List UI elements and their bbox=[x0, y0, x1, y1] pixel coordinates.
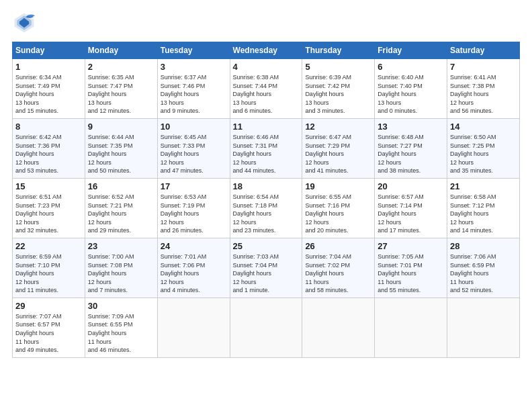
day-detail: Sunrise: 6:35 AMSunset: 7:47 PMDaylight … bbox=[88, 73, 154, 116]
day-detail: Sunrise: 6:39 AMSunset: 7:42 PMDaylight … bbox=[305, 73, 371, 116]
header bbox=[12, 11, 520, 35]
day-number: 10 bbox=[161, 122, 227, 132]
day-detail: Sunrise: 6:45 AMSunset: 7:33 PMDaylight … bbox=[161, 133, 227, 175]
day-number: 11 bbox=[233, 122, 300, 132]
col-header-thursday: Thursday bbox=[302, 42, 375, 59]
day-number: 5 bbox=[305, 62, 371, 72]
day-number: 25 bbox=[233, 241, 300, 251]
day-cell: 3Sunrise: 6:37 AMSunset: 7:46 PMDaylight… bbox=[157, 59, 230, 119]
day-cell bbox=[230, 298, 302, 357]
day-cell: 4Sunrise: 6:38 AMSunset: 7:44 PMDaylight… bbox=[230, 59, 302, 119]
day-detail: Sunrise: 6:38 AMSunset: 7:44 PMDaylight … bbox=[233, 73, 300, 116]
day-detail: Sunrise: 6:54 AMSunset: 7:18 PMDaylight … bbox=[233, 193, 300, 235]
day-detail: Sunrise: 6:42 AMSunset: 7:36 PMDaylight … bbox=[15, 133, 82, 175]
day-detail: Sunrise: 7:05 AMSunset: 7:01 PMDaylight … bbox=[378, 253, 444, 295]
day-cell: 20Sunrise: 6:57 AMSunset: 7:14 PMDayligh… bbox=[375, 178, 447, 238]
day-detail: Sunrise: 6:34 AMSunset: 7:49 PMDaylight … bbox=[15, 73, 82, 116]
day-detail: Sunrise: 6:58 AMSunset: 7:12 PMDaylight … bbox=[450, 193, 517, 235]
day-cell: 30Sunrise: 7:09 AMSunset: 6:55 PMDayligh… bbox=[85, 298, 157, 357]
day-number: 30 bbox=[88, 301, 154, 311]
calendar-table: SundayMondayTuesdayWednesdayThursdayFrid… bbox=[12, 42, 520, 358]
col-header-sunday: Sunday bbox=[13, 42, 85, 59]
week-row-4: 22Sunrise: 6:59 AMSunset: 7:10 PMDayligh… bbox=[13, 238, 520, 298]
day-detail: Sunrise: 7:06 AMSunset: 6:59 PMDaylight … bbox=[450, 253, 517, 295]
day-cell bbox=[157, 298, 230, 357]
day-number: 4 bbox=[233, 62, 300, 72]
day-number: 9 bbox=[88, 122, 154, 132]
day-cell: 27Sunrise: 7:05 AMSunset: 7:01 PMDayligh… bbox=[375, 238, 447, 298]
day-cell: 22Sunrise: 6:59 AMSunset: 7:10 PMDayligh… bbox=[13, 238, 85, 298]
day-number: 27 bbox=[378, 241, 444, 251]
day-cell: 25Sunrise: 7:03 AMSunset: 7:04 PMDayligh… bbox=[230, 238, 302, 298]
day-cell: 26Sunrise: 7:04 AMSunset: 7:02 PMDayligh… bbox=[302, 238, 375, 298]
day-detail: Sunrise: 6:59 AMSunset: 7:10 PMDaylight … bbox=[15, 253, 82, 295]
day-cell bbox=[302, 298, 375, 357]
day-cell: 15Sunrise: 6:51 AMSunset: 7:23 PMDayligh… bbox=[13, 178, 85, 238]
day-number: 14 bbox=[450, 122, 517, 132]
week-row-3: 15Sunrise: 6:51 AMSunset: 7:23 PMDayligh… bbox=[13, 178, 520, 238]
week-row-1: 1Sunrise: 6:34 AMSunset: 7:49 PMDaylight… bbox=[13, 59, 520, 119]
day-detail: Sunrise: 6:41 AMSunset: 7:38 PMDaylight … bbox=[450, 73, 517, 116]
day-number: 20 bbox=[378, 181, 444, 191]
day-number: 23 bbox=[88, 241, 154, 251]
day-cell: 8Sunrise: 6:42 AMSunset: 7:36 PMDaylight… bbox=[13, 118, 85, 178]
day-number: 7 bbox=[450, 62, 517, 72]
day-detail: Sunrise: 6:53 AMSunset: 7:19 PMDaylight … bbox=[161, 193, 227, 235]
day-number: 22 bbox=[15, 241, 82, 251]
day-number: 17 bbox=[161, 181, 227, 191]
day-detail: Sunrise: 6:48 AMSunset: 7:27 PMDaylight … bbox=[378, 133, 444, 175]
day-cell: 2Sunrise: 6:35 AMSunset: 7:47 PMDaylight… bbox=[85, 59, 157, 119]
logo bbox=[12, 11, 40, 35]
day-cell: 7Sunrise: 6:41 AMSunset: 7:38 PMDaylight… bbox=[447, 59, 520, 119]
day-detail: Sunrise: 6:37 AMSunset: 7:46 PMDaylight … bbox=[161, 73, 227, 116]
week-row-2: 8Sunrise: 6:42 AMSunset: 7:36 PMDaylight… bbox=[13, 118, 520, 178]
day-number: 2 bbox=[88, 62, 154, 72]
day-number: 21 bbox=[450, 181, 517, 191]
calendar-header-row: SundayMondayTuesdayWednesdayThursdayFrid… bbox=[13, 42, 520, 59]
day-number: 28 bbox=[450, 241, 517, 251]
day-number: 29 bbox=[15, 301, 82, 311]
day-detail: Sunrise: 6:52 AMSunset: 7:21 PMDaylight … bbox=[88, 193, 154, 235]
day-detail: Sunrise: 7:07 AMSunset: 6:57 PMDaylight … bbox=[15, 312, 82, 355]
day-number: 15 bbox=[15, 181, 82, 191]
day-cell: 29Sunrise: 7:07 AMSunset: 6:57 PMDayligh… bbox=[13, 298, 85, 357]
logo-icon bbox=[12, 11, 36, 35]
day-number: 16 bbox=[88, 181, 154, 191]
day-cell: 13Sunrise: 6:48 AMSunset: 7:27 PMDayligh… bbox=[375, 118, 447, 178]
day-detail: Sunrise: 6:47 AMSunset: 7:29 PMDaylight … bbox=[305, 133, 371, 175]
day-detail: Sunrise: 6:57 AMSunset: 7:14 PMDaylight … bbox=[378, 193, 444, 235]
day-number: 18 bbox=[233, 181, 300, 191]
day-detail: Sunrise: 7:01 AMSunset: 7:06 PMDaylight … bbox=[161, 253, 227, 295]
day-cell: 9Sunrise: 6:44 AMSunset: 7:35 PMDaylight… bbox=[85, 118, 157, 178]
day-number: 24 bbox=[161, 241, 227, 251]
col-header-wednesday: Wednesday bbox=[230, 42, 302, 59]
week-row-5: 29Sunrise: 7:07 AMSunset: 6:57 PMDayligh… bbox=[13, 298, 520, 357]
day-cell: 24Sunrise: 7:01 AMSunset: 7:06 PMDayligh… bbox=[157, 238, 230, 298]
day-detail: Sunrise: 6:46 AMSunset: 7:31 PMDaylight … bbox=[233, 133, 300, 175]
day-detail: Sunrise: 6:50 AMSunset: 7:25 PMDaylight … bbox=[450, 133, 517, 175]
day-cell: 6Sunrise: 6:40 AMSunset: 7:40 PMDaylight… bbox=[375, 59, 447, 119]
day-cell: 19Sunrise: 6:55 AMSunset: 7:16 PMDayligh… bbox=[302, 178, 375, 238]
day-cell: 17Sunrise: 6:53 AMSunset: 7:19 PMDayligh… bbox=[157, 178, 230, 238]
day-cell: 11Sunrise: 6:46 AMSunset: 7:31 PMDayligh… bbox=[230, 118, 302, 178]
col-header-saturday: Saturday bbox=[447, 42, 520, 59]
day-number: 8 bbox=[15, 122, 82, 132]
day-number: 26 bbox=[305, 241, 371, 251]
day-number: 3 bbox=[161, 62, 227, 72]
day-detail: Sunrise: 7:00 AMSunset: 7:08 PMDaylight … bbox=[88, 253, 154, 295]
day-cell bbox=[447, 298, 520, 357]
day-number: 13 bbox=[378, 122, 444, 132]
day-cell: 16Sunrise: 6:52 AMSunset: 7:21 PMDayligh… bbox=[85, 178, 157, 238]
day-number: 6 bbox=[378, 62, 444, 72]
day-cell: 14Sunrise: 6:50 AMSunset: 7:25 PMDayligh… bbox=[447, 118, 520, 178]
col-header-friday: Friday bbox=[375, 42, 447, 59]
day-cell: 18Sunrise: 6:54 AMSunset: 7:18 PMDayligh… bbox=[230, 178, 302, 238]
day-cell: 28Sunrise: 7:06 AMSunset: 6:59 PMDayligh… bbox=[447, 238, 520, 298]
page: SundayMondayTuesdayWednesdayThursdayFrid… bbox=[0, 0, 532, 411]
day-cell: 21Sunrise: 6:58 AMSunset: 7:12 PMDayligh… bbox=[447, 178, 520, 238]
day-number: 12 bbox=[305, 122, 371, 132]
day-cell: 12Sunrise: 6:47 AMSunset: 7:29 PMDayligh… bbox=[302, 118, 375, 178]
day-detail: Sunrise: 7:03 AMSunset: 7:04 PMDaylight … bbox=[233, 253, 300, 295]
col-header-monday: Monday bbox=[85, 42, 157, 59]
day-cell: 5Sunrise: 6:39 AMSunset: 7:42 PMDaylight… bbox=[302, 59, 375, 119]
